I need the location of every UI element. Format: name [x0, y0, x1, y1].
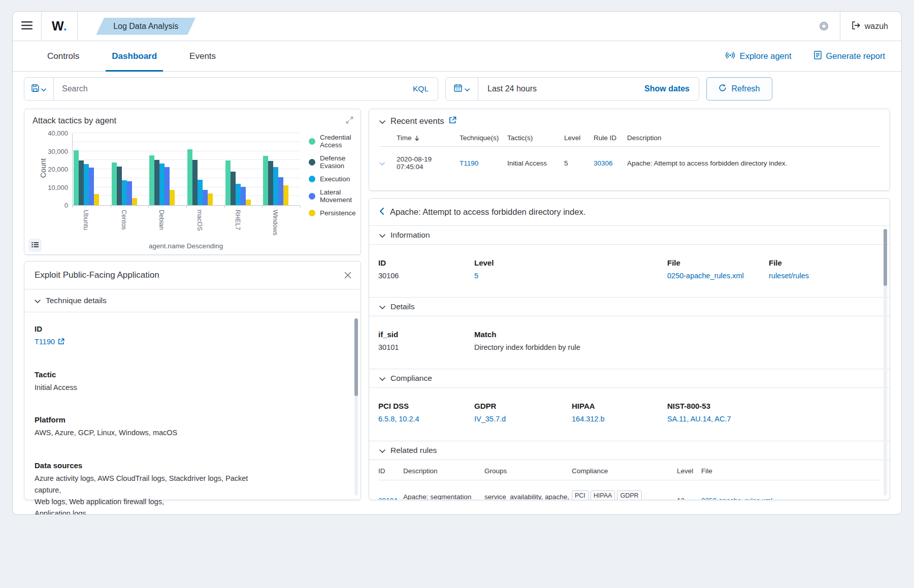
back-chevron-icon[interactable] — [379, 207, 384, 217]
bar-macos-credential-access[interactable] — [187, 149, 192, 205]
legend-item-defense-evasion[interactable]: Defense Evasion — [309, 154, 356, 170]
bar-rhel7-defense-evasion[interactable] — [231, 172, 236, 205]
event-level: 5 — [564, 147, 594, 175]
column-header-level[interactable]: Level — [564, 130, 594, 147]
table-row[interactable]: 30104 Apache: segmentation fault. servic… — [378, 480, 879, 500]
refresh-button[interactable]: Refresh — [706, 77, 772, 101]
legend-item-execution[interactable]: Execution — [309, 175, 356, 183]
field-label: File — [769, 258, 809, 267]
tab-events[interactable]: Events — [183, 41, 222, 71]
expand-icon[interactable] — [346, 116, 353, 126]
scrollbar[interactable] — [354, 318, 358, 496]
column-header-groups[interactable]: Groups — [484, 462, 572, 480]
technique-details-section-header[interactable]: Technique details — [24, 289, 361, 312]
legend-item-lateral-movement[interactable]: Lateral Movement — [309, 188, 356, 204]
legend-item-persistence[interactable]: Persistence — [309, 209, 356, 217]
field-value[interactable]: T1190 — [35, 336, 263, 348]
legend-label: Lateral Movement — [320, 188, 356, 204]
bar-ubuntu-execution[interactable] — [84, 164, 89, 205]
wazuh-logo[interactable]: W. — [42, 19, 77, 34]
bar-centos-credential-access[interactable] — [112, 162, 117, 205]
bar-debian-lateral-movement[interactable] — [165, 167, 170, 205]
bar-windows-execution[interactable] — [273, 167, 278, 205]
kql-button[interactable]: KQL — [404, 84, 438, 93]
related-rule-file-link[interactable]: 0250-apache_rules.xml — [701, 497, 772, 500]
field-value[interactable]: IV_35.7.d — [474, 413, 567, 425]
column-header-level[interactable]: Level — [677, 462, 701, 480]
refresh-icon — [719, 84, 727, 94]
related-rules-section-header[interactable]: Related rules — [369, 441, 890, 460]
column-header-compliance[interactable]: Compliance — [572, 462, 677, 480]
bar-rhel7-persistence[interactable] — [246, 200, 251, 205]
related-rule-id-link[interactable]: 30104 — [378, 497, 398, 500]
legend-toggle-button[interactable] — [28, 239, 42, 252]
external-link-icon[interactable] — [58, 338, 64, 346]
bar-debian-execution[interactable] — [159, 164, 165, 205]
scrollbar[interactable] — [884, 229, 887, 496]
information-section-header[interactable]: Information — [369, 225, 890, 245]
bar-centos-lateral-movement[interactable] — [127, 181, 132, 205]
bar-ubuntu-lateral-movement[interactable] — [89, 168, 94, 205]
bar-debian-persistence[interactable] — [170, 190, 175, 205]
bar-windows-defense-evasion[interactable] — [268, 161, 273, 205]
field-value[interactable]: SA.11, AU.14, AC.7 — [667, 413, 731, 425]
bar-rhel7-execution[interactable] — [236, 184, 241, 205]
broadcast-icon — [725, 51, 735, 61]
show-dates-button[interactable]: Show dates — [644, 84, 699, 93]
bar-debian-defense-evasion[interactable] — [154, 160, 159, 205]
event-technique-link[interactable]: T1190 — [460, 159, 478, 167]
bar-rhel7-lateral-movement[interactable] — [241, 187, 246, 205]
field-value[interactable]: 5 — [474, 270, 662, 282]
bar-macos-defense-evasion[interactable] — [192, 160, 198, 205]
bar-windows-persistence[interactable] — [283, 185, 288, 205]
bar-centos-persistence[interactable] — [132, 198, 137, 205]
bar-ubuntu-credential-access[interactable] — [74, 150, 79, 205]
field-value[interactable]: ruleset/rules — [769, 270, 809, 282]
column-header-tactic-s[interactable]: Tactic(s) — [507, 130, 564, 147]
search-input[interactable] — [54, 78, 404, 100]
tab-controls[interactable]: Controls — [41, 41, 85, 71]
row-expand-chevron[interactable] — [379, 147, 397, 175]
logout-button[interactable]: wazuh — [840, 21, 901, 31]
calendar-button[interactable] — [446, 78, 478, 100]
column-header-id[interactable]: ID — [378, 462, 403, 480]
chevron-down-icon[interactable] — [379, 116, 385, 126]
column-header-technique-s[interactable]: Technique(s) — [460, 130, 507, 147]
explore-agent-button[interactable]: Explore agent — [725, 51, 792, 61]
bar-centos-defense-evasion[interactable] — [117, 167, 122, 205]
bar-macos-lateral-movement[interactable] — [203, 190, 208, 205]
bar-windows-credential-access[interactable] — [263, 156, 268, 205]
bar-windows-lateral-movement[interactable] — [278, 177, 283, 205]
status-circle-button[interactable] — [808, 22, 840, 30]
table-row[interactable]: 2020-08-19 07:45:04 T1190 Initial Access… — [379, 147, 879, 175]
event-rule-id-link[interactable]: 30306 — [594, 159, 613, 167]
field-value: Initial Access — [35, 382, 263, 394]
column-header-description[interactable]: Description — [627, 130, 879, 147]
saved-queries-button[interactable] — [24, 78, 54, 100]
column-header-rule-id[interactable]: Rule ID — [594, 130, 627, 147]
close-icon[interactable] — [342, 270, 353, 283]
time-range-value[interactable]: Last 24 hours — [478, 84, 537, 93]
generate-report-button[interactable]: Generate report — [814, 51, 885, 61]
column-header-description[interactable]: Description — [403, 462, 484, 480]
details-section-header[interactable]: Details — [369, 297, 890, 316]
column-header-file[interactable]: File — [701, 462, 879, 480]
field-value[interactable]: 164.312.b — [572, 413, 662, 425]
bar-rhel7-credential-access[interactable] — [225, 160, 231, 205]
bar-centos-execution[interactable] — [122, 180, 127, 205]
bar-ubuntu-defense-evasion[interactable] — [79, 160, 84, 205]
compliance-section-header[interactable]: Compliance — [369, 369, 890, 388]
field-value[interactable]: 0250-apache_rules.xml — [667, 270, 764, 282]
bar-ubuntu-persistence[interactable] — [94, 194, 99, 205]
menu-button[interactable] — [13, 12, 41, 41]
field-value[interactable]: 6.5.8, 10.2.4 — [378, 413, 469, 425]
bar-macos-execution[interactable] — [198, 180, 203, 205]
legend-item-credential-access[interactable]: Credential Access — [309, 134, 356, 149]
breadcrumb-badge[interactable]: Log Data Analysis — [96, 18, 195, 35]
bar-macos-persistence[interactable] — [208, 193, 213, 205]
external-link-icon[interactable] — [449, 116, 456, 126]
bar-debian-credential-access[interactable] — [149, 155, 154, 205]
x-axis-category-label: RHEL7 — [234, 210, 241, 239]
tab-dashboard[interactable]: Dashboard — [106, 41, 163, 71]
column-header-time[interactable]: Time — [397, 130, 460, 147]
